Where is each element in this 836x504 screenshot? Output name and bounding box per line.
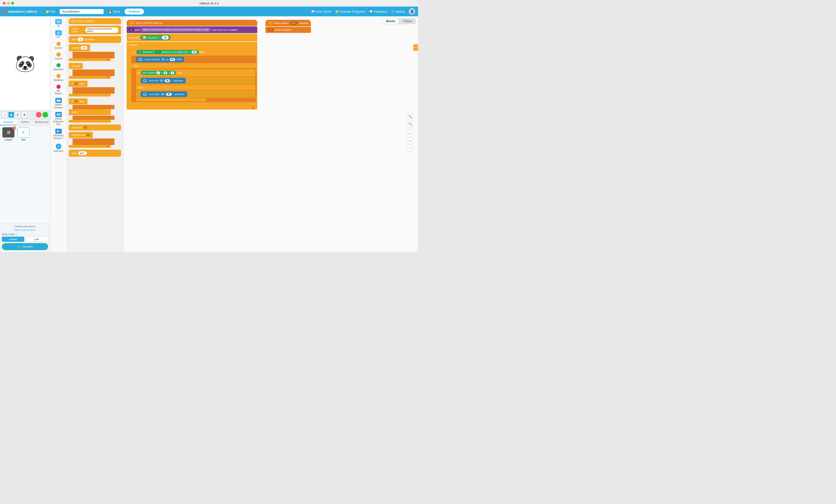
svg-point-23 xyxy=(146,82,146,82)
else2-label: else xyxy=(138,86,143,89)
when-button-label: when button xyxy=(274,22,288,24)
view-list-btn[interactable]: ☰ xyxy=(15,112,20,117)
view-grid-btn[interactable]: ▦ xyxy=(8,112,14,117)
panda-sprite: 🐼 xyxy=(15,55,35,72)
svg-point-26 xyxy=(146,95,146,96)
restart-cyberpi-block[interactable]: 🔶 restart CyberPi xyxy=(265,27,311,33)
tab-blocks[interactable]: Blocks xyxy=(382,19,399,24)
block-wait-until[interactable]: wait until xyxy=(69,124,121,131)
if-ultrasonic-top[interactable]: if 📡 ultrasonic 2 1▼ distance to an obje… xyxy=(131,49,256,56)
example-programs-link[interactable]: ⭐ Example Programs xyxy=(335,10,365,13)
else-body: if pick random 1 to 2 = 1 xyxy=(131,68,256,102)
palette-iot[interactable]: IoT xyxy=(51,30,66,40)
cyberpi-close-btn[interactable]: ✕ xyxy=(13,127,16,130)
avatar[interactable]: 👤 xyxy=(408,8,415,15)
else-label-block: else xyxy=(131,63,256,68)
extension-button[interactable]: + extension xyxy=(51,143,66,153)
zoom-in-button[interactable]: 🔍 xyxy=(407,113,413,120)
file-menu[interactable]: 📁 File xyxy=(44,9,57,14)
svg-point-8 xyxy=(56,74,61,78)
palette-operators[interactable]: Operators xyxy=(51,62,66,72)
titlebar: mBlock v5.4.3 xyxy=(0,0,418,6)
user-guide-link[interactable]: 📖 User Guide xyxy=(311,10,331,13)
palette-mbot2-chassis[interactable]: mBot2Chassis xyxy=(51,97,66,110)
turns-right-block[interactable]: turns right ▼ 90 ° until done xyxy=(141,91,187,97)
save-icon: 💾 xyxy=(108,10,112,13)
block-repeat-until[interactable]: repeat until xyxy=(69,132,93,138)
cyberpi-device-card: 🖥 ✕ CyberPi xyxy=(2,127,15,141)
turns-left-block[interactable]: turns left ▼ 90 ° until done xyxy=(141,78,186,83)
block-restart-cyberpi[interactable]: restart CyberPi xyxy=(69,18,121,24)
palette-ultrasonic[interactable]: UltrasonicSensor 2 xyxy=(51,128,66,141)
gt-label: > xyxy=(159,36,161,39)
maximize-button[interactable] xyxy=(11,2,14,5)
block-if-else[interactable]: if then xyxy=(69,98,88,104)
palette-variables[interactable]: Variables xyxy=(51,73,66,82)
fit-button[interactable]: = xyxy=(407,145,413,152)
robot-icon xyxy=(138,58,143,61)
block-else: else xyxy=(69,109,111,115)
block-if-then-wrapper: if then xyxy=(69,81,121,97)
add-device-label: Add xyxy=(21,138,25,141)
palette-mbot2-ext-port[interactable]: mBot2ExtensionPort xyxy=(51,111,66,127)
close-button[interactable] xyxy=(3,2,5,5)
publish-button[interactable]: Publish xyxy=(125,8,144,15)
setting-link[interactable]: ⚙️ Setting xyxy=(391,10,405,13)
moves-forward-block[interactable]: moves forward ▼ at 50 RPM xyxy=(136,57,184,62)
view-fullscreen-btn[interactable]: ⤢ xyxy=(2,112,7,117)
forward-arrow-dropdown[interactable]: ▼ xyxy=(161,58,165,61)
redo-button[interactable]: ↪ xyxy=(407,138,413,144)
zoom-out-button[interactable]: 🔍 xyxy=(407,121,413,127)
loudness-condition: 📊 loudness > 75 xyxy=(140,35,171,40)
palette-ai[interactable]: AI xyxy=(51,18,66,28)
live-button[interactable]: Live xyxy=(25,237,48,242)
menubar: 🧱 makeblock | mBlock | 📁 File 💾 Save Pub… xyxy=(0,6,418,16)
left-until-done: ° until done xyxy=(171,79,183,82)
inner-if-close xyxy=(136,98,206,101)
block-if-then[interactable]: if then xyxy=(69,81,88,87)
print-block[interactable]: 🖨 print Make a loud sound (clap) to star… xyxy=(127,26,257,33)
tab-sprites[interactable]: Sprites xyxy=(17,119,33,125)
tab-background[interactable]: Background xyxy=(33,119,50,125)
undo-button[interactable]: ↩ xyxy=(407,130,413,137)
palette-control[interactable]: Control xyxy=(51,51,66,61)
upload-button[interactable]: Upload xyxy=(2,237,24,242)
when-cyberpi-starts-label: when CyberPi starts up xyxy=(136,21,162,24)
feedback-link[interactable]: 💬 Feedback xyxy=(369,10,387,13)
hat-icon: 🔶 xyxy=(130,21,134,24)
then2-label: then xyxy=(177,72,182,74)
block-insert-code[interactable]: insert code cyberpi.console.print("hello… xyxy=(69,26,121,35)
minimize-button[interactable] xyxy=(7,2,10,5)
when-button-hat[interactable]: 🔶 when button A ▼ pressed xyxy=(265,20,311,26)
how-to-use-link[interactable]: How to use device? xyxy=(2,229,48,231)
block-stop[interactable]: stop all ▼ xyxy=(69,150,121,157)
block-forever[interactable]: forever xyxy=(69,63,83,69)
block-wait-seconds[interactable]: wait 1 seconds xyxy=(69,36,121,43)
left-dropdown[interactable]: ▼ xyxy=(159,79,163,82)
canvas-tabs: Blocks Python xyxy=(382,18,416,24)
right-dropdown[interactable]: ▼ xyxy=(161,93,165,96)
tab-devices[interactable]: Devices xyxy=(0,119,17,125)
mbot2-ext-icon xyxy=(55,112,62,117)
code-toggle-btn[interactable]: </> xyxy=(413,44,418,51)
tab-python[interactable]: Python xyxy=(400,19,416,24)
random-to: 2 xyxy=(164,71,168,74)
wait-until-loudness-block[interactable]: wait until 📊 loudness > 75 xyxy=(127,34,257,41)
view-large-grid-btn[interactable]: ⊞ xyxy=(21,112,27,117)
add-device-button[interactable]: + xyxy=(17,127,30,138)
when-cyberpi-starts-hat[interactable]: 🔶 when CyberPi starts up xyxy=(127,20,257,26)
forever-header[interactable]: forever xyxy=(127,42,257,47)
connect-button[interactable]: 🔗 Connect xyxy=(2,243,48,250)
palette-events[interactable]: Events xyxy=(51,41,66,50)
button-value[interactable]: A ▼ xyxy=(290,21,298,25)
block-repeat[interactable]: repeat 10 xyxy=(69,44,90,51)
save-button[interactable]: 💾 Save xyxy=(107,9,122,14)
stop-button[interactable] xyxy=(36,112,41,117)
project-name-input[interactable] xyxy=(60,9,103,14)
palette-my-blocks[interactable]: MyBlocks xyxy=(51,83,66,96)
code-canvas[interactable]: Blocks Python 🔶 when CyberPi starts up xyxy=(123,16,418,252)
if-random-top[interactable]: if pick random 1 to 2 = 1 xyxy=(136,69,255,76)
connect-info-text: Connect your device xyxy=(2,225,48,228)
block-forever-wrapper: forever ↺ xyxy=(69,63,121,79)
run-button[interactable] xyxy=(42,112,48,117)
